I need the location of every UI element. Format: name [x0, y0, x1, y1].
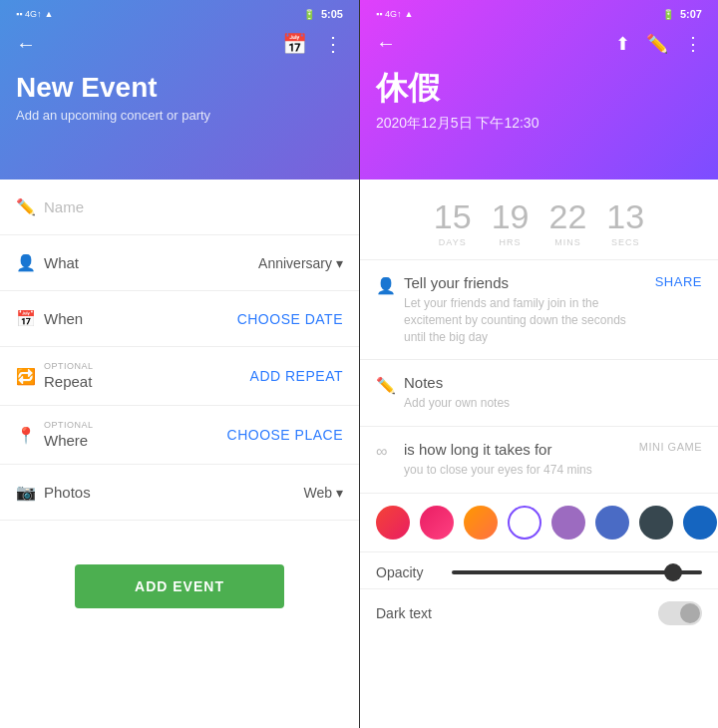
- add-event-button[interactable]: ADD EVENT: [75, 564, 284, 608]
- secs-label: SECS: [611, 237, 640, 247]
- right-back-button[interactable]: ←: [376, 32, 396, 55]
- status-bar-left: ▪▪ 4G↑ ▲ 🔋 5:05: [16, 0, 343, 28]
- where-row[interactable]: 📍 OPTIONAL Where CHOOSE PLACE: [0, 406, 359, 465]
- what-value[interactable]: Anniversary ▾: [258, 255, 343, 271]
- mini-game-content: is how long it takes for you to close yo…: [404, 441, 631, 479]
- dark-text-label: Dark text: [376, 605, 432, 621]
- photos-value[interactable]: Web ▾: [303, 485, 343, 501]
- countdown-section: 15 DAYS 19 HRS 22 MINS 13 SECS: [360, 180, 718, 260]
- color-purple-light[interactable]: [508, 506, 541, 540]
- dark-text-section: Dark text: [360, 589, 718, 637]
- add-repeat-button[interactable]: ADD REPEAT: [250, 368, 343, 384]
- notes-content: Notes Add your own notes: [404, 374, 702, 412]
- hrs-label: HRS: [500, 237, 522, 247]
- tell-friends-desc: Let your friends and family join in the …: [404, 295, 647, 345]
- dark-text-toggle[interactable]: [658, 601, 702, 625]
- tell-friends-title: Tell your friends: [404, 274, 647, 291]
- name-field[interactable]: Name: [44, 198, 343, 215]
- left-header-actions: ← 📅 ⋮: [16, 28, 343, 60]
- left-status-icons: ▪▪ 4G↑ ▲: [16, 9, 53, 19]
- right-panel: ▪▪ 4G↑ ▲ 🔋 5:07 ← ⬆ ✏️ ⋮ 休假 2020年12月5日 下…: [359, 0, 718, 728]
- event-subtitle: Add an upcoming concert or party: [16, 108, 343, 123]
- days-label: DAYS: [439, 237, 467, 247]
- notes-row[interactable]: ✏️ Notes Add your own notes: [360, 360, 718, 427]
- repeat-icon: 🔁: [16, 367, 44, 386]
- repeat-row[interactable]: 🔁 OPTIONAL Repeat ADD REPEAT: [0, 347, 359, 406]
- right-signal-icon: ▪▪ 4G↑: [376, 9, 401, 19]
- right-body: 15 DAYS 19 HRS 22 MINS 13 SECS 👤 Tell yo…: [360, 180, 718, 728]
- color-red[interactable]: [376, 506, 410, 540]
- color-blue[interactable]: [595, 506, 629, 540]
- color-picker: [360, 494, 718, 552]
- right-battery-icon: 🔋: [662, 9, 674, 20]
- more-options-icon[interactable]: ⋮: [323, 32, 343, 56]
- right-time: 5:07: [680, 8, 702, 20]
- mins-value: 22: [549, 199, 587, 233]
- left-title-area: New Event Add an upcoming concert or par…: [16, 72, 343, 123]
- is-how-text: is how long it takes for: [404, 441, 631, 458]
- tell-friends-row: 👤 Tell your friends Let your friends and…: [360, 260, 718, 360]
- when-row[interactable]: 📅 When CHOOSE DATE: [0, 291, 359, 347]
- photos-row[interactable]: 📷 Photos Web ▾: [0, 465, 359, 521]
- event-name: 休假: [376, 67, 702, 111]
- event-title: New Event: [16, 72, 343, 104]
- status-bar-right: ▪▪ 4G↑ ▲ 🔋 5:07: [376, 0, 702, 28]
- name-row[interactable]: ✏️ Name: [0, 180, 359, 235]
- notes-placeholder: Add your own notes: [404, 395, 702, 412]
- photos-chevron-icon: ▾: [336, 485, 343, 501]
- countdown-secs: 13 SECS: [606, 199, 644, 247]
- repeat-label: Repeat: [44, 373, 92, 390]
- color-pink[interactable]: [420, 506, 454, 540]
- days-value: 15: [434, 199, 472, 233]
- mins-label: MINS: [554, 237, 581, 247]
- chevron-down-icon: ▾: [336, 255, 343, 271]
- infinite-icon: ∞: [376, 443, 404, 461]
- when-label: When: [44, 310, 237, 327]
- calendar-icon[interactable]: 📅: [282, 32, 307, 56]
- person-icon: 👤: [16, 253, 44, 272]
- notes-title: Notes: [404, 374, 702, 391]
- pencil-icon: ✏️: [16, 197, 44, 216]
- where-label: Where: [44, 432, 88, 449]
- where-optional-label: OPTIONAL: [44, 420, 227, 430]
- photos-label: Photos: [44, 484, 303, 501]
- hrs-value: 19: [492, 199, 530, 233]
- event-datetime: 2020年12月5日 下午12:30: [376, 115, 702, 133]
- color-accent-blue[interactable]: [683, 506, 717, 540]
- opacity-label: Opacity: [376, 564, 436, 580]
- right-title-area: 休假 2020年12月5日 下午12:30: [376, 67, 702, 133]
- signal-icon: ▪▪ 4G↑: [16, 9, 41, 19]
- choose-date-button[interactable]: CHOOSE DATE: [237, 311, 343, 327]
- opacity-slider[interactable]: [452, 570, 702, 574]
- left-panel: ▪▪ 4G↑ ▲ 🔋 5:05 ← 📅 ⋮ New Event Add an u…: [0, 0, 359, 728]
- notes-icon: ✏️: [376, 376, 404, 395]
- mini-game-button[interactable]: MINI GAME: [639, 441, 702, 453]
- wifi-icon: ▲: [44, 9, 53, 19]
- right-wifi-icon: ▲: [404, 9, 413, 19]
- color-purple[interactable]: [551, 506, 585, 540]
- what-row[interactable]: 👤 What Anniversary ▾: [0, 235, 359, 291]
- share-icon[interactable]: ⬆: [615, 33, 630, 55]
- left-time: 5:05: [321, 8, 343, 20]
- choose-place-button[interactable]: CHOOSE PLACE: [227, 427, 343, 443]
- countdown-mins: 22 MINS: [549, 199, 587, 247]
- share-button[interactable]: SHARE: [655, 274, 702, 289]
- right-status-icons: ▪▪ 4G↑ ▲: [376, 9, 413, 19]
- what-label: What: [44, 254, 258, 271]
- left-body: ✏️ Name 👤 What Anniversary ▾ 📅 When CHOO…: [0, 180, 359, 728]
- mini-game-row: ∞ is how long it takes for you to close …: [360, 427, 718, 494]
- color-orange[interactable]: [464, 506, 498, 540]
- pin-icon: 📍: [16, 426, 44, 445]
- countdown-days: 15 DAYS: [434, 199, 472, 247]
- edit-icon[interactable]: ✏️: [646, 33, 668, 55]
- back-button[interactable]: ←: [16, 33, 36, 56]
- right-more-options-icon[interactable]: ⋮: [684, 33, 702, 55]
- tell-friends-content: Tell your friends Let your friends and f…: [404, 274, 647, 345]
- countdown-hrs: 19 HRS: [492, 199, 530, 247]
- calendar-small-icon: 📅: [16, 309, 44, 328]
- toggle-knob: [680, 603, 700, 623]
- right-header-icon-group: ⬆ ✏️ ⋮: [615, 33, 702, 55]
- color-dark-blue[interactable]: [639, 506, 673, 540]
- opacity-thumb[interactable]: [664, 563, 682, 581]
- right-header: ▪▪ 4G↑ ▲ 🔋 5:07 ← ⬆ ✏️ ⋮ 休假 2020年12月5日 下…: [360, 0, 718, 180]
